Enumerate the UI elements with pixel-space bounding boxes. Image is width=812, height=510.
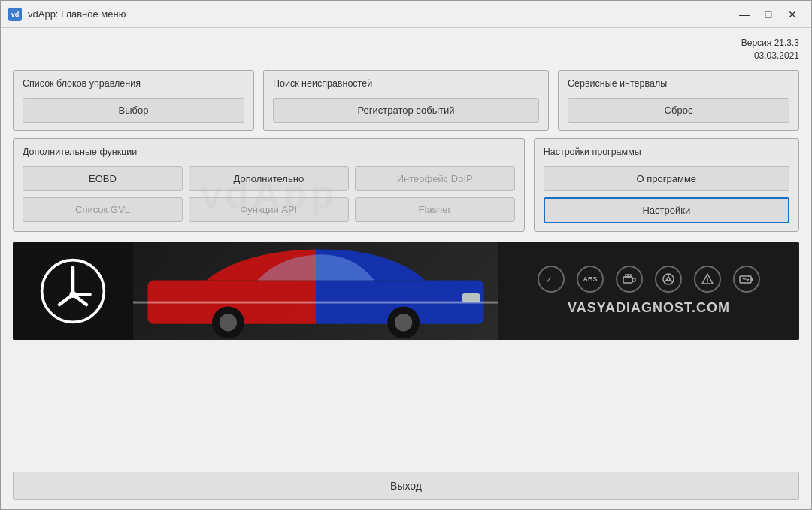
car-svg	[133, 242, 498, 340]
banner: ✓ ABS	[13, 242, 799, 340]
settings-buttons: О программе Настройки	[544, 166, 789, 223]
svg-rect-11	[632, 278, 635, 281]
engine-icon	[616, 266, 643, 293]
section-faults: Поиск неисправностей Регистратор событий	[263, 70, 549, 131]
svg-text:✓: ✓	[545, 275, 553, 285]
section-settings-title: Настройки программы	[544, 147, 789, 157]
svg-rect-12	[626, 275, 628, 277]
svg-point-1	[70, 291, 77, 298]
section-settings: Настройки программы О программе Настройк…	[534, 138, 799, 232]
title-bar: vd vdApp: Главное меню — □ ✕	[1, 1, 811, 28]
svg-rect-10	[623, 277, 632, 283]
svg-line-18	[670, 280, 673, 281]
svg-point-6	[395, 314, 412, 331]
version-line1: Версия 21.3.3	[13, 37, 799, 50]
main-content: Версия 21.3.3 03.03.2021 Список блоков у…	[1, 28, 811, 466]
steering-wheel-icon	[655, 266, 682, 293]
event-log-button[interactable]: Регистратор событий	[273, 98, 539, 123]
svg-point-4	[220, 314, 237, 331]
additional-buttons-grid: EOBD Дополнительно Интерфейс DoIP Список…	[23, 166, 515, 222]
section-additional: Дополнительные функции EOBD Дополнительн…	[13, 138, 525, 232]
additional-buttons-container: EOBD Дополнительно Интерфейс DoIP Список…	[23, 166, 515, 222]
banner-car-area	[133, 242, 498, 340]
svg-rect-7	[462, 293, 480, 302]
battery-icon	[733, 266, 760, 293]
svg-rect-13	[629, 275, 631, 277]
restore-button[interactable]: □	[757, 5, 780, 23]
window-title: vdApp: Главное меню	[28, 8, 126, 20]
eobd-button[interactable]: EOBD	[23, 166, 183, 191]
abs-icon: ABS	[577, 266, 604, 293]
select-button[interactable]: Выбор	[23, 98, 244, 123]
banner-right-area: ✓ ABS	[498, 242, 799, 340]
about-button[interactable]: О программе	[544, 166, 789, 191]
version-line2: 03.03.2021	[13, 50, 799, 62]
svg-rect-8	[133, 301, 498, 303]
banner-url-text: VASYADIAGNOST.COM	[568, 300, 730, 316]
settings-button[interactable]: Настройки	[544, 197, 789, 223]
warning-icon	[694, 266, 721, 293]
exit-bar: Выход	[1, 466, 811, 509]
svg-line-17	[665, 280, 668, 281]
check-icon: ✓	[538, 266, 565, 293]
app-icon: vd	[8, 8, 22, 21]
section-faults-title: Поиск неисправностей	[273, 78, 539, 89]
svg-point-15	[667, 278, 670, 281]
bottom-sections: Дополнительные функции EOBD Дополнительн…	[13, 138, 799, 232]
close-button[interactable]: ✕	[781, 5, 804, 23]
minimize-button[interactable]: —	[733, 5, 756, 23]
svg-point-20	[707, 281, 708, 283]
main-window: vd vdApp: Главное меню — □ ✕ Версия 21.3…	[0, 0, 812, 510]
title-bar-left: vd vdApp: Главное меню	[8, 8, 126, 21]
title-controls: — □ ✕	[733, 5, 804, 23]
section-service: Сервисные интервалы Сброс	[558, 70, 799, 131]
section-additional-title: Дополнительные функции	[23, 147, 515, 157]
reset-button[interactable]: Сброс	[568, 98, 789, 123]
doip-button[interactable]: Интерфейс DoIP	[355, 166, 515, 191]
section-service-title: Сервисные интервалы	[568, 78, 789, 89]
gvl-button[interactable]: Список GVL	[23, 197, 183, 222]
vasya-logo-icon	[39, 257, 107, 325]
banner-logo-area	[13, 242, 133, 340]
section-control-list: Список блоков управления Выбор	[13, 70, 254, 131]
additional-button[interactable]: Дополнительно	[189, 166, 349, 191]
api-button[interactable]: Функции API	[189, 197, 349, 222]
version-info: Версия 21.3.3 03.03.2021	[13, 37, 799, 62]
section-control-list-title: Список блоков управления	[23, 78, 244, 89]
banner-icons-row: ✓ ABS	[538, 266, 760, 293]
exit-button[interactable]: Выход	[13, 472, 799, 500]
svg-rect-22	[751, 278, 753, 281]
flasher-button[interactable]: Flasher	[355, 197, 515, 222]
top-sections: Список блоков управления Выбор Поиск неи…	[13, 70, 799, 131]
